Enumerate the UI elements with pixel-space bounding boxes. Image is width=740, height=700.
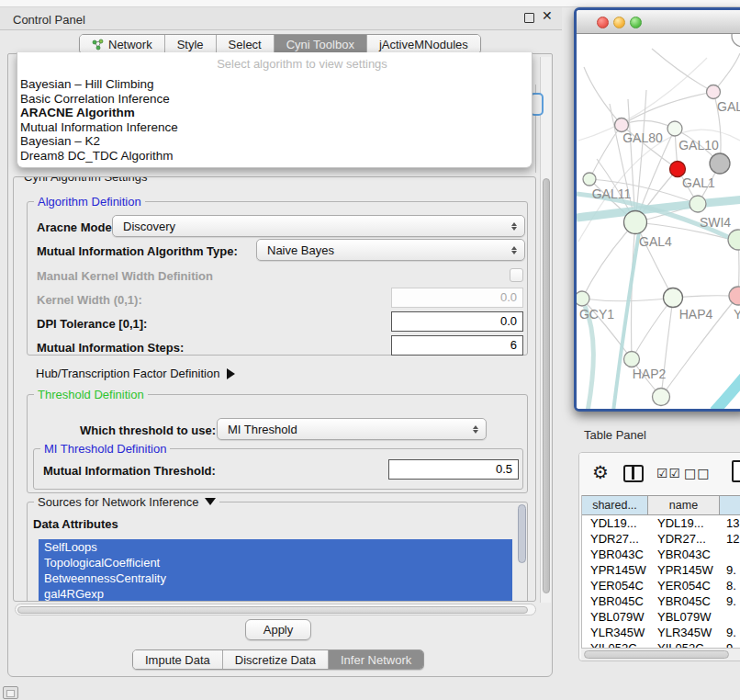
table-row[interactable]: YLR345WYLR345W9.	[582, 625, 740, 640]
mi-algorithm-type-combobox[interactable]: Naive Bayes	[256, 239, 525, 261]
algorithm-option[interactable]: Bayesian – Hill Climbing	[17, 77, 532, 92]
table-cell: YLR345W	[648, 625, 720, 640]
columns-icon[interactable]	[623, 465, 644, 482]
node-label-hap4: HAP4	[679, 307, 713, 322]
table-row[interactable]: YDL19...YDL19...13	[582, 515, 740, 531]
tab-label: Infer Network	[341, 653, 411, 667]
table-row[interactable]: YBR043CYBR043C	[582, 547, 740, 562]
vertical-scrollbar[interactable]	[540, 57, 551, 603]
table-cell: YLR345W	[582, 625, 648, 640]
bottom-tab-discretize-data[interactable]: Discretize Data	[222, 650, 328, 669]
node-hap2[interactable]	[624, 352, 640, 367]
mi-threshold-field[interactable]: 0.5	[388, 459, 519, 480]
node-gal4[interactable]	[624, 211, 647, 234]
attribute-item[interactable]: TopologicalCoefficient	[39, 555, 512, 570]
attribute-item[interactable]: BetweennessCentrality	[39, 570, 512, 586]
algorithm-option[interactable]: Basic Correlation Inference	[17, 92, 532, 107]
table-row[interactable]: YIL052CYIL052C9	[582, 640, 740, 648]
table-row[interactable]: YBL079WYBL079W	[582, 609, 740, 625]
bottom-tab-strip: Impute DataDiscretize DataInfer Network	[132, 649, 424, 670]
mi-steps-field[interactable]: 6	[391, 335, 523, 356]
algorithm-option[interactable]: Mutual Information Inference	[17, 120, 532, 135]
horizontal-scrollbar-thumb[interactable]	[17, 606, 528, 614]
tab-label: Network	[108, 38, 152, 51]
node-pink-right[interactable]	[729, 287, 740, 305]
table-row[interactable]: YBR045CYBR045C9.	[582, 593, 740, 609]
node-gal1-red[interactable]	[670, 162, 686, 177]
kernel-width-label: Kernel Width (0,1):	[37, 293, 142, 307]
gear-icon[interactable]: ⚙	[592, 461, 609, 483]
network-canvas[interactable]: GALGAL80GAL10GAL1GAL11SWI4GAL4GCY1HAP4YH…	[577, 34, 740, 409]
table-row[interactable]: YDR27...YDR27...12	[582, 531, 740, 547]
attribute-item[interactable]: SelfLoops	[39, 539, 512, 555]
tab-style[interactable]: Style	[164, 35, 216, 53]
attributes-scrollbar-thumb[interactable]	[518, 504, 526, 563]
table-row[interactable]: YER054CYER054C8.	[582, 578, 740, 593]
node-gal11[interactable]	[583, 173, 596, 186]
tab-network[interactable]: Network	[80, 35, 164, 53]
node-bottom-node[interactable]	[653, 389, 670, 406]
node-swi4[interactable]	[728, 230, 740, 250]
deselect-all-checkboxes-icon[interactable]: □□	[684, 466, 710, 480]
table-cell: 13	[720, 515, 740, 531]
table-cell: YER054C	[648, 578, 720, 593]
algorithm-option[interactable]: ARACNE Algorithm	[17, 106, 532, 120]
node-gal1-green[interactable]	[690, 196, 706, 212]
attribute-item[interactable]: gal4RGexp	[39, 586, 512, 602]
horizontal-scrollbar[interactable]	[15, 604, 536, 615]
dock-mini-icon[interactable]	[3, 686, 18, 699]
column-header[interactable]: shared...	[582, 496, 648, 514]
minimize-traffic-light[interactable]	[613, 17, 625, 28]
data-attributes-list: SelfLoopsTopologicalCoefficientBetweenne…	[39, 539, 512, 602]
top-strip	[0, 0, 740, 7]
close-traffic-light[interactable]	[597, 17, 609, 28]
node-table: shared...name YDL19...YDL19...13YDR27...…	[581, 495, 740, 648]
table-panel-title: Table Panel	[584, 428, 646, 442]
table-row[interactable]: YPR145WYPR145W9.	[582, 562, 740, 578]
apply-button[interactable]: Apply	[245, 619, 311, 640]
vertical-scrollbar-thumb[interactable]	[543, 178, 550, 593]
network-window-titlebar[interactable]	[577, 10, 740, 34]
bottom-tab-infer-network[interactable]: Infer Network	[328, 650, 423, 669]
table-cell: 9.	[720, 593, 740, 609]
dpi-tolerance-field[interactable]: 0.0	[391, 311, 523, 332]
which-threshold-combobox[interactable]: MI Threshold	[217, 418, 487, 440]
node-hap4[interactable]	[664, 288, 683, 308]
manual-kernel-checkbox[interactable]	[510, 268, 523, 282]
select-all-checkboxes-icon[interactable]: ☑☑	[656, 466, 681, 480]
algorithm-dropdown-popup: Select algorithm to view settings Bayesi…	[17, 52, 533, 168]
aracne-mode-combobox[interactable]: Discovery	[112, 215, 525, 237]
tab-cyni-toolbox[interactable]: Cyni Toolbox	[274, 35, 366, 53]
node-gal10[interactable]	[667, 121, 682, 136]
node-gray-node[interactable]	[710, 153, 730, 174]
close-icon[interactable]: ✕	[542, 8, 553, 23]
bottom-tab-impute-data[interactable]: Impute Data	[133, 650, 222, 669]
mi-threshold-group: MI Threshold Definition Mutual Informati…	[33, 448, 523, 490]
node-label-gcy1: GCY1	[579, 307, 614, 322]
node-gcy1[interactable]	[577, 291, 589, 306]
hub-definition-toggle[interactable]: Hub/Transcription Factor Definition	[36, 367, 235, 380]
float-window-icon[interactable]	[524, 13, 534, 23]
table-cell: YER054C	[582, 578, 648, 593]
column-header[interactable]: name	[648, 496, 720, 514]
table-horizontal-scrollbar[interactable]	[581, 648, 740, 660]
table-cell: YDR27...	[648, 531, 720, 547]
tab-select[interactable]: Select	[216, 35, 274, 53]
node-corner-node[interactable]	[732, 34, 740, 47]
table-cell: YBL079W	[648, 609, 720, 625]
kernel-width-field[interactable]: 0.0	[391, 288, 523, 308]
zoom-traffic-light[interactable]	[630, 17, 642, 28]
table-scrollbar-thumb[interactable]	[584, 650, 729, 659]
tab-jactivemnodules[interactable]: jActiveMNodules	[366, 35, 480, 53]
column-header[interactable]	[720, 496, 740, 514]
app-root: Control Panel ✕ NetworkStyleSelectCyni T…	[0, 0, 740, 700]
settings-group-title: Cyni Algorithm Settings	[20, 176, 151, 184]
algorithm-definition-title: Algorithm Definition	[34, 195, 145, 209]
algorithm-option[interactable]: Dream8 DC_TDC Algorithm	[17, 149, 532, 164]
table-cell: YBL079W	[582, 609, 648, 625]
node-gal-top[interactable]	[707, 85, 721, 99]
algorithm-option[interactable]: Bayesian – K2	[17, 134, 532, 149]
table-cell: YIL052C	[648, 640, 720, 648]
document-icon[interactable]	[732, 460, 740, 482]
network-nodes: GALGAL80GAL10GAL1GAL11SWI4GAL4GCY1HAP4YH…	[577, 34, 740, 406]
